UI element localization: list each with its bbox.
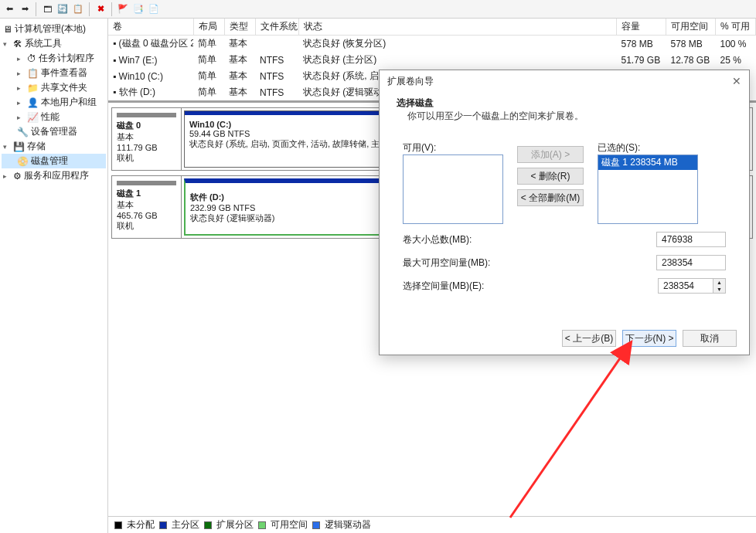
volume-header-row[interactable]: 卷 布局 类型 文件系统 状态 容量 可用空间 % 可用 [108, 19, 756, 36]
add-button[interactable]: 添加(A) > [517, 146, 584, 163]
col-pct: % 可用 [716, 19, 756, 36]
dialog-title: 扩展卷向导 [387, 75, 434, 88]
total-size-label: 卷大小总数(MB): [403, 233, 472, 246]
tree-performance[interactable]: ▸📈 性能 [2, 110, 106, 124]
spinner-buttons[interactable]: ▲▼ [713, 278, 726, 294]
tree-disk-mgmt[interactable]: 📀 磁盘管理 [2, 154, 106, 168]
console-icon[interactable]: 🗔 [41, 3, 53, 15]
spin-down-icon[interactable]: ▼ [713, 286, 725, 293]
tree-shared-folders[interactable]: ▸📁 共享文件夹 [2, 80, 106, 95]
dialog-subheading: 你可以用至少一个磁盘上的空间来扩展卷。 [407, 110, 732, 123]
tree-event-viewer[interactable]: ▸📋 事件查看器 [2, 66, 106, 80]
col-free: 可用空间 [666, 19, 716, 36]
total-size-value: 476938 [656, 232, 726, 247]
tree-root[interactable]: 🖥 计算机管理(本地) [2, 22, 106, 36]
tree-task-scheduler[interactable]: ▸⏱ 任务计划程序 [2, 51, 106, 66]
tree-services[interactable]: ▸⚙ 服务和应用程序 [2, 168, 106, 183]
tree-system-tools[interactable]: ▾🛠 系统工具 [2, 36, 106, 51]
dialog-heading: 选择磁盘 [397, 97, 732, 110]
select-space-input[interactable]: 238354 [658, 278, 713, 294]
available-label: 可用(V): [403, 141, 503, 154]
options-icon[interactable]: 📑 [132, 3, 145, 15]
col-type: 类型 [224, 19, 255, 36]
disk-0-label: 磁盘 0 基本 111.79 GB 联机 [112, 108, 182, 170]
cancel-button[interactable]: 取消 [683, 330, 737, 347]
close-icon[interactable]: ✕ [732, 75, 741, 87]
extend-volume-wizard: 扩展卷向导 ✕ 选择磁盘 你可以用至少一个磁盘上的空间来扩展卷。 可用(V): … [379, 70, 750, 355]
next-button[interactable]: 下一步(N) > [622, 330, 676, 347]
volume-row[interactable]: ▪ (磁盘 0 磁盘分区 2)简单基本状态良好 (恢复分区)578 MB578 … [108, 36, 756, 53]
volume-row[interactable]: ▪ Win7 (E:)简单基本NTFS状态良好 (主分区)51.79 GB12.… [108, 52, 756, 68]
selected-label: 已选的(S): [598, 141, 698, 154]
flag-icon[interactable]: 🚩 [117, 3, 129, 15]
legend-free-icon [258, 521, 266, 529]
col-volume: 卷 [108, 19, 193, 36]
dialog-titlebar[interactable]: 扩展卷向导 ✕ [380, 70, 749, 92]
refresh-icon[interactable]: 🔄 [56, 3, 69, 15]
help-icon[interactable]: 📄 [148, 3, 160, 15]
properties-icon[interactable]: 📋 [72, 3, 84, 15]
col-status: 状态 [298, 19, 617, 36]
max-space-label: 最大可用空间量(MB): [403, 256, 490, 270]
spin-up-icon[interactable]: ▲ [713, 279, 725, 286]
legend-primary-icon [159, 521, 167, 529]
tree-local-users[interactable]: ▸👤 本地用户和组 [2, 95, 106, 110]
toolbar: ⬅ ➡ 🗔 🔄 📋 ✖ 🚩 📑 📄 [0, 0, 756, 19]
tree-device-manager[interactable]: 🔧 设备管理器 [2, 124, 106, 139]
col-layout: 布局 [193, 19, 224, 36]
remove-all-button[interactable]: < 全部删除(M) [517, 189, 584, 206]
sidebar-tree: 🖥 计算机管理(本地) ▾🛠 系统工具 ▸⏱ 任务计划程序 ▸📋 事件查看器 ▸… [0, 19, 108, 533]
disk-1-label: 磁盘 1 基本 465.76 GB 联机 [112, 176, 182, 238]
selected-listbox[interactable]: 磁盘 1 238354 MB [598, 154, 698, 224]
legend-unalloc-icon [114, 521, 122, 529]
back-icon[interactable]: ⬅ [3, 3, 15, 15]
remove-button[interactable]: < 删除(R) [517, 168, 584, 185]
back-button[interactable]: < 上一步(B) [562, 330, 616, 347]
available-listbox[interactable] [403, 154, 503, 224]
legend: 未分配 主分区 扩展分区 可用空间 逻辑驱动器 [108, 516, 756, 533]
col-fs: 文件系统 [255, 19, 298, 36]
tree-storage[interactable]: ▾💾 存储 [2, 139, 106, 154]
select-space-label: 选择空间量(MB)(E): [403, 280, 484, 293]
legend-ext-icon [204, 521, 212, 529]
max-space-value: 238354 [656, 255, 726, 270]
legend-logical-icon [312, 521, 320, 529]
col-capacity: 容量 [617, 19, 666, 36]
forward-icon[interactable]: ➡ [19, 3, 31, 15]
selected-item[interactable]: 磁盘 1 238354 MB [598, 155, 697, 170]
delete-icon[interactable]: ✖ [94, 3, 107, 15]
